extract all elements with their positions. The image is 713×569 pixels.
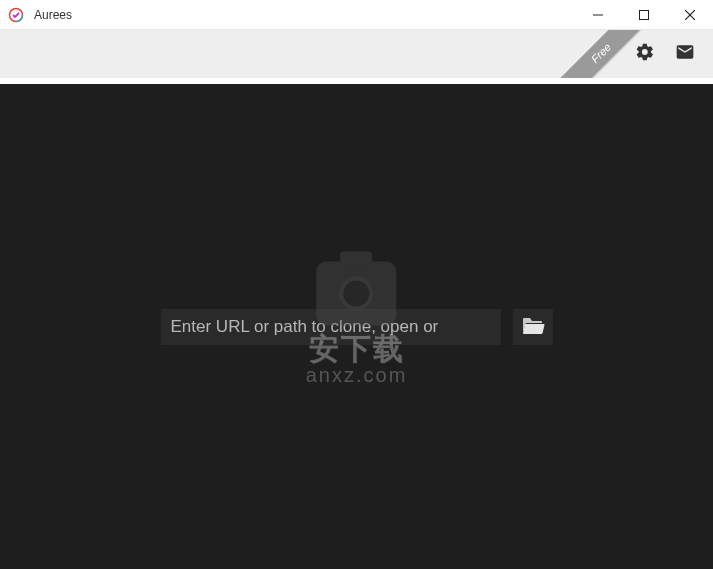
watermark-url: anxz.com bbox=[306, 364, 408, 387]
titlebar-left: Aurees bbox=[0, 7, 72, 23]
maximize-button[interactable] bbox=[621, 0, 667, 30]
url-input[interactable] bbox=[161, 309, 501, 345]
content-area: 安下载 anxz.com bbox=[0, 78, 713, 569]
mail-icon bbox=[675, 42, 695, 66]
browse-button[interactable] bbox=[513, 309, 553, 345]
close-button[interactable] bbox=[667, 0, 713, 30]
settings-button[interactable] bbox=[625, 34, 665, 74]
minimize-button[interactable] bbox=[575, 0, 621, 30]
app-icon bbox=[8, 7, 24, 23]
window-controls bbox=[575, 0, 713, 29]
folder-open-icon bbox=[521, 315, 545, 339]
svg-rect-3 bbox=[640, 11, 649, 20]
mail-button[interactable] bbox=[665, 34, 705, 74]
gear-icon bbox=[635, 42, 655, 66]
titlebar: Aurees bbox=[0, 0, 713, 30]
toolbar: Free bbox=[0, 30, 713, 78]
app-title: Aurees bbox=[34, 8, 72, 22]
url-row bbox=[161, 309, 553, 345]
